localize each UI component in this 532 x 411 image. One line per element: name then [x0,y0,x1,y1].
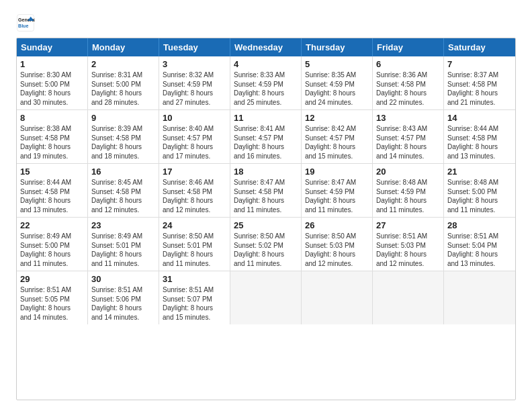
day-cell-13: 13Sunrise: 8:43 AMSunset: 4:57 PMDayligh… [373,110,444,163]
day-cell-29: 29Sunrise: 8:51 AMSunset: 5:05 PMDayligh… [17,271,88,324]
cell-info-line: Sunset: 5:02 PM [234,241,298,250]
day-number: 18 [234,167,298,177]
cell-info-line: and 12 minutes. [91,205,155,215]
cell-info-line: Sunrise: 8:31 AM [91,71,155,80]
header-day-saturday: Saturday [444,38,515,56]
day-cell-6: 6Sunrise: 8:36 AMSunset: 4:58 PMDaylight… [373,56,444,109]
cell-info-line: Sunset: 4:58 PM [376,80,440,89]
logo-icon: General Blue [16,13,35,32]
day-cell-18: 18Sunrise: 8:47 AMSunset: 4:58 PMDayligh… [230,164,302,217]
day-cell-15: 15Sunrise: 8:44 AMSunset: 4:58 PMDayligh… [17,164,88,217]
cell-info-line: and 11 minutes. [91,259,155,269]
day-number: 13 [376,113,440,123]
day-cell-30: 30Sunrise: 8:51 AMSunset: 5:06 PMDayligh… [88,271,159,324]
cell-info-line: and 22 minutes. [376,98,440,107]
header-day-friday: Friday [373,38,444,56]
day-number: 21 [447,167,512,177]
day-cell-10: 10Sunrise: 8:40 AMSunset: 4:57 PMDayligh… [159,110,230,163]
day-cell-16: 16Sunrise: 8:45 AMSunset: 4:58 PMDayligh… [88,164,159,217]
cell-info-line: Daylight: 8 hours [447,250,512,259]
cell-info-line: Daylight: 8 hours [376,89,440,98]
cell-info-line: Daylight: 8 hours [305,142,369,152]
cell-info-line: Sunset: 5:00 PM [91,80,155,89]
week-row-2: 8Sunrise: 8:38 AMSunset: 4:58 PMDaylight… [17,110,515,164]
day-number: 30 [91,274,155,284]
header: General Blue [16,13,516,32]
day-number: 5 [305,59,369,69]
day-number: 2 [91,59,155,69]
empty-cell [302,271,373,324]
day-cell-14: 14Sunrise: 8:44 AMSunset: 4:58 PMDayligh… [444,110,515,163]
cell-info-line: Sunrise: 8:41 AM [234,124,298,134]
day-cell-19: 19Sunrise: 8:47 AMSunset: 4:59 PMDayligh… [302,164,373,217]
cell-info-line: and 13 minutes. [447,259,512,269]
cell-info-line: Sunrise: 8:30 AM [20,71,84,80]
cell-info-line: Sunrise: 8:38 AM [20,124,84,134]
day-cell-7: 7Sunrise: 8:37 AMSunset: 4:58 PMDaylight… [444,56,515,109]
day-cell-27: 27Sunrise: 8:51 AMSunset: 5:03 PMDayligh… [373,218,444,271]
cell-info-line: Daylight: 8 hours [91,142,155,152]
cell-info-line: and 30 minutes. [20,98,84,107]
header-day-sunday: Sunday [17,38,88,56]
day-cell-22: 22Sunrise: 8:49 AMSunset: 5:00 PMDayligh… [17,218,88,271]
day-number: 19 [305,167,369,177]
day-number: 15 [20,167,84,177]
day-number: 11 [234,113,298,123]
cell-info-line: Sunrise: 8:35 AM [305,71,369,80]
day-cell-23: 23Sunrise: 8:49 AMSunset: 5:01 PMDayligh… [88,218,159,271]
day-number: 16 [91,167,155,177]
cell-info-line: Daylight: 8 hours [163,142,226,152]
cell-info-line: and 14 minutes. [91,313,155,322]
cell-info-line: Daylight: 8 hours [163,196,226,205]
cell-info-line: Sunset: 5:04 PM [447,241,512,250]
day-cell-20: 20Sunrise: 8:48 AMSunset: 4:59 PMDayligh… [373,164,444,217]
cell-info-line: and 27 minutes. [163,98,226,107]
cell-info-line: Daylight: 8 hours [91,196,155,205]
day-cell-9: 9Sunrise: 8:39 AMSunset: 4:58 PMDaylight… [88,110,159,163]
cell-info-line: and 21 minutes. [447,98,512,107]
header-day-thursday: Thursday [302,38,373,56]
cell-info-line: Sunrise: 8:47 AM [234,178,298,187]
day-number: 26 [305,220,369,230]
cell-info-line: and 12 minutes. [376,259,440,269]
cell-info-line: Sunset: 4:57 PM [376,134,440,143]
cell-info-line: Sunset: 4:58 PM [20,187,84,197]
day-number: 1 [20,59,84,69]
cell-info-line: Daylight: 8 hours [305,196,369,205]
cell-info-line: and 12 minutes. [305,259,369,269]
cell-info-line: Sunrise: 8:48 AM [376,178,440,187]
week-row-5: 29Sunrise: 8:51 AMSunset: 5:05 PMDayligh… [17,271,515,324]
cell-info-line: Daylight: 8 hours [20,250,84,259]
day-cell-2: 2Sunrise: 8:31 AMSunset: 5:00 PMDaylight… [88,56,159,109]
cell-info-line: Daylight: 8 hours [20,142,84,152]
day-cell-21: 21Sunrise: 8:48 AMSunset: 5:00 PMDayligh… [444,164,515,217]
cell-info-line: and 13 minutes. [20,205,84,215]
day-number: 22 [20,220,84,230]
cell-info-line: and 14 minutes. [20,313,84,322]
cell-info-line: Daylight: 8 hours [305,250,369,259]
day-number: 4 [234,59,298,69]
cell-info-line: Sunset: 5:00 PM [447,187,512,197]
cell-info-line: Sunset: 4:57 PM [234,134,298,143]
cell-info-line: Daylight: 8 hours [376,196,440,205]
cell-info-line: and 17 minutes. [163,152,226,161]
cell-info-line: and 28 minutes. [91,98,155,107]
week-row-3: 15Sunrise: 8:44 AMSunset: 4:58 PMDayligh… [17,164,515,218]
page: General Blue SundayMondayTuesdayWednesda… [0,0,532,411]
empty-cell [444,271,515,324]
empty-cell [373,271,444,324]
calendar: SundayMondayTuesdayWednesdayThursdayFrid… [16,38,516,400]
cell-info-line: Sunset: 5:03 PM [376,241,440,250]
cell-info-line: and 16 minutes. [234,152,298,161]
week-row-4: 22Sunrise: 8:49 AMSunset: 5:00 PMDayligh… [17,218,515,271]
cell-info-line: Sunrise: 8:48 AM [447,178,512,187]
cell-info-line: and 11 minutes. [447,205,512,215]
day-number: 31 [163,274,226,284]
cell-info-line: Sunrise: 8:45 AM [91,178,155,187]
cell-info-line: Sunset: 5:00 PM [20,241,84,250]
cell-info-line: Sunset: 5:01 PM [91,241,155,250]
cell-info-line: Daylight: 8 hours [20,196,84,205]
day-number: 29 [20,274,84,284]
week-row-1: 1Sunrise: 8:30 AMSunset: 5:00 PMDaylight… [17,56,515,110]
day-cell-31: 31Sunrise: 8:51 AMSunset: 5:07 PMDayligh… [159,271,230,324]
